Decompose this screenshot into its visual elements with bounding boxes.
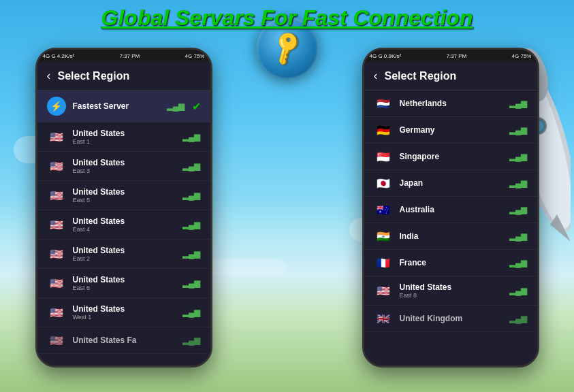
signal-icon: ▂▄▆	[509, 231, 528, 241]
phone-right: 4G G 0.9K/s² 7:37 PM 4G 75% ‹ Select Reg…	[362, 48, 539, 368]
key-icon: 🔑	[267, 28, 308, 68]
signal-icon: ▂▄▆	[182, 132, 201, 142]
server-name: Australia	[400, 205, 503, 214]
server-name: Japan	[400, 178, 503, 188]
server-sub: East 2	[73, 255, 176, 262]
server-info: Japan	[400, 178, 503, 188]
signal-icon: ▂▄▆	[509, 125, 528, 135]
list-item[interactable]: 🇺🇸 United States East 6 ▂▄▆	[37, 269, 210, 298]
server-sub: East 8	[400, 292, 503, 299]
screen-title-right: Select Region	[385, 70, 457, 82]
status-time-right: 7:37 PM	[446, 53, 466, 59]
server-info: Netherlands	[400, 99, 503, 108]
server-name: United States	[73, 129, 176, 138]
server-info: Germany	[400, 125, 503, 135]
server-info: Singapore	[400, 152, 503, 161]
flag-us: 🇺🇸	[47, 276, 66, 290]
server-info: India	[400, 231, 503, 241]
screen-right: ‹ Select Region 🇳🇱 Netherlands ▂▄▆ 🇩🇪	[364, 62, 537, 365]
flag-sg: 🇸🇬	[374, 150, 393, 163]
flag-us: 🇺🇸	[47, 333, 66, 347]
server-name: Fastest Server	[73, 101, 160, 111]
flag-us: 🇺🇸	[47, 130, 66, 144]
status-right-info: 4G G 0.9K/s²	[370, 53, 402, 59]
server-sub: East 6	[73, 284, 176, 291]
server-info: United States East 5	[73, 187, 176, 203]
signal-icon: ▂▄▆	[509, 205, 528, 214]
status-left-info: 4G G 4.2K/s²	[43, 53, 75, 59]
server-name: Singapore	[400, 152, 503, 161]
list-item[interactable]: 🇺🇸 United States East 8 ▂▄▆	[364, 276, 537, 306]
server-sub: East 4	[73, 226, 176, 233]
signal-icon: ▂▄▆	[509, 258, 528, 267]
list-item[interactable]: 🇦🇺 Australia ▂▄▆	[364, 197, 537, 223]
screen-header-left: ‹ Select Region	[37, 62, 210, 91]
list-item[interactable]: 🇸🇬 Singapore ▂▄▆	[364, 144, 537, 170]
back-button-left[interactable]: ‹	[47, 69, 51, 83]
server-info: United States West 1	[73, 304, 176, 321]
flag-fr: 🇫🇷	[374, 256, 393, 270]
flag-nl: 🇳🇱	[374, 97, 393, 110]
server-name: United States	[73, 216, 176, 226]
server-info: United States Fa	[73, 336, 176, 345]
list-item[interactable]: 🇺🇸 United States West 1 ▂▄▆	[37, 298, 210, 327]
check-icon: ✔	[192, 100, 201, 113]
list-item[interactable]: 🇺🇸 United States East 5 ▂▄▆	[37, 181, 210, 210]
server-name: India	[400, 231, 503, 241]
server-sub: East 3	[73, 167, 176, 174]
page-title: Global Servars For Fast Connection	[0, 5, 574, 31]
server-info: Australia	[400, 205, 503, 214]
back-button-right[interactable]: ‹	[374, 69, 378, 83]
phones-container: 4G G 4.2K/s² 7:37 PM 4G 75% ‹ Select Reg…	[0, 48, 574, 392]
screen-header-right: ‹ Select Region	[364, 62, 537, 91]
server-list-left: ⚡ Fastest Server ▂▄▆ ✔ 🇺🇸 United States …	[37, 91, 210, 365]
flag-us: 🇺🇸	[47, 247, 66, 261]
server-info: Fastest Server	[73, 101, 160, 111]
server-info: France	[400, 258, 503, 267]
list-item[interactable]: 🇩🇪 Germany ▂▄▆	[364, 117, 537, 144]
list-item[interactable]: 🇳🇱 Netherlands ▂▄▆	[364, 91, 537, 117]
screen-title-left: Select Region	[58, 70, 130, 82]
list-item[interactable]: 🇺🇸 United States East 3 ▂▄▆	[37, 152, 210, 181]
status-bar-left: 4G G 4.2K/s² 7:37 PM 4G 75%	[37, 50, 210, 62]
server-info: United States East 4	[73, 216, 176, 233]
status-right-right: 4G 75%	[512, 53, 532, 59]
fastest-icon: ⚡	[47, 97, 66, 116]
list-item[interactable]: ⚡ Fastest Server ▂▄▆ ✔	[37, 91, 210, 122]
list-item[interactable]: 🇮🇳 India ▂▄▆	[364, 223, 537, 250]
signal-icon: ▂▄▆	[182, 278, 201, 288]
signal-icon: ▂▄▆	[182, 220, 201, 229]
signal-icon: ▂▄▆	[509, 286, 528, 295]
server-name: France	[400, 258, 503, 267]
server-name: United States	[73, 158, 176, 167]
flag-au: 🇦🇺	[374, 203, 393, 216]
signal-icon: ▂▄▆	[509, 99, 528, 108]
server-info: United States East 8	[400, 282, 503, 299]
list-item[interactable]: 🇺🇸 United States East 2 ▂▄▆	[37, 240, 210, 269]
status-right-left: 4G 75%	[185, 53, 205, 59]
list-item[interactable]: 🇺🇸 United States East 4 ▂▄▆	[37, 210, 210, 240]
flag-us: 🇺🇸	[374, 284, 393, 297]
signal-icon: ▂▄▆	[509, 152, 528, 161]
server-list-right: 🇳🇱 Netherlands ▂▄▆ 🇩🇪 Germany ▂▄▆	[364, 91, 537, 365]
list-item[interactable]: 🇫🇷 France ▂▄▆	[364, 250, 537, 276]
signal-icon: ▂▄▆	[167, 101, 185, 111]
server-name: Germany	[400, 125, 503, 135]
server-name: United States	[73, 246, 176, 255]
flag-gb: 🇬🇧	[374, 312, 393, 325]
signal-icon: ▂▄▆	[182, 191, 201, 200]
list-item[interactable]: 🇺🇸 United States Fa ▂▄▆	[37, 327, 210, 354]
server-sub: West 1	[73, 314, 176, 321]
server-name: United States	[73, 275, 176, 284]
signal-icon: ▂▄▆	[509, 314, 528, 323]
list-item[interactable]: 🇺🇸 United States East 1 ▂▄▆	[37, 122, 210, 152]
flag-us: 🇺🇸	[47, 189, 66, 202]
server-name: United Kingdom	[400, 314, 503, 323]
server-info: United States East 6	[73, 275, 176, 291]
server-name: United States	[73, 187, 176, 197]
signal-icon: ▂▄▆	[182, 308, 201, 317]
signal-icon: ▂▄▆	[509, 178, 528, 188]
signal-icon: ▂▄▆	[182, 161, 201, 171]
list-item[interactable]: 🇬🇧 United Kingdom ▂▄▆	[364, 306, 537, 332]
list-item[interactable]: 🇯🇵 Japan ▂▄▆	[364, 170, 537, 197]
